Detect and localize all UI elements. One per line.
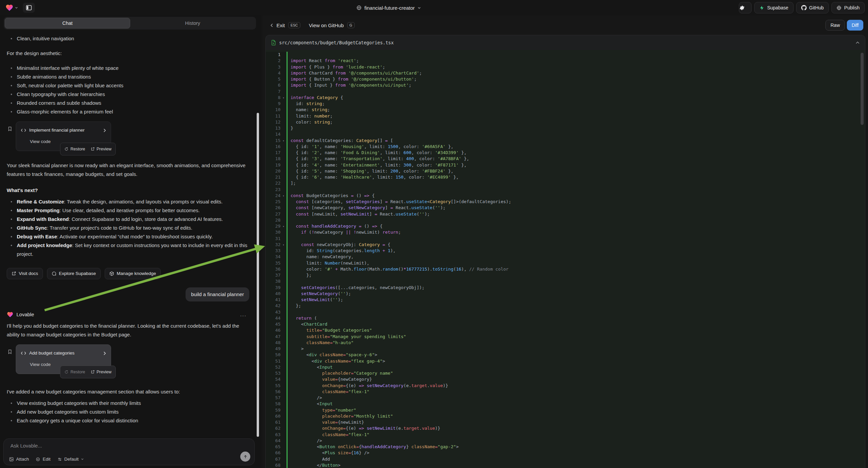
- sidebar-toggle-button[interactable]: [23, 3, 35, 13]
- fold-caret-icon[interactable]: ▾: [280, 95, 286, 101]
- fold-caret-icon[interactable]: ▾: [280, 242, 286, 248]
- code-line: 15▾const defaultCategories: Category[] =…: [266, 138, 865, 144]
- caret-spacer: [280, 401, 286, 407]
- code-icon: [21, 128, 26, 132]
- line-number: 57: [266, 395, 280, 401]
- code-line: 4import ChartCard from '@/components/ui/…: [266, 70, 865, 76]
- line-number: 63: [266, 432, 280, 438]
- line-number: 23: [266, 187, 280, 193]
- caret-spacer: [280, 187, 286, 193]
- caret-spacer: [280, 291, 286, 297]
- github-button[interactable]: GitHub: [796, 2, 829, 13]
- caret-spacer: [280, 364, 286, 370]
- caret-spacer: [280, 297, 286, 303]
- manage-knowledge-button[interactable]: Manage knowledge: [105, 268, 161, 279]
- code-line: 66 <Plus size={16} />: [266, 450, 865, 456]
- version-card-add-budget-categories[interactable]: Add budget categories View code Restore …: [16, 345, 111, 374]
- line-number: 41: [266, 297, 280, 303]
- fold-caret-icon[interactable]: ▾: [280, 193, 286, 199]
- code-line: 19 { id: '4', name: 'Entertainment', lim…: [266, 162, 865, 168]
- view-on-github-button[interactable]: View on GitHub G: [309, 22, 355, 28]
- caret-spacer: [280, 303, 286, 309]
- code-line: 31: [266, 236, 865, 242]
- version-card-row: Implement financial planner View code Re…: [7, 121, 249, 151]
- restore-button[interactable]: Restore: [64, 145, 85, 153]
- file-card: src/components/budget/BudgetCategories.t…: [266, 35, 865, 468]
- code-scrollbar[interactable]: [861, 53, 864, 125]
- code-line: 25 const [categories, setCategories] = R…: [266, 199, 865, 205]
- caret-spacer: [280, 260, 286, 266]
- visit-docs-button[interactable]: Visit docs: [7, 268, 43, 279]
- line-number: 59: [266, 407, 280, 413]
- attach-button[interactable]: Attach: [9, 457, 29, 462]
- tab-chat[interactable]: Chat: [5, 18, 130, 29]
- code-line: 30 if (!newCategory || !newLimit) return…: [266, 229, 865, 235]
- line-number: 30: [266, 229, 280, 235]
- version-card-title: Add budget categories: [29, 349, 100, 357]
- code-line: 11 limit: number;: [266, 113, 865, 119]
- chat-scrollbar[interactable]: [257, 113, 259, 437]
- publish-button[interactable]: Publish: [831, 2, 865, 13]
- whats-next-list: Refine & Customize: Tweak the design, an…: [7, 197, 249, 259]
- code-line: 35 limit: Number(newLimit),: [266, 260, 865, 266]
- restore-button[interactable]: Restore: [64, 368, 85, 376]
- lovable-logo-menu[interactable]: [0, 4, 18, 12]
- diff-toggle-button[interactable]: Diff: [847, 20, 863, 31]
- line-number: 11: [266, 113, 280, 119]
- send-button[interactable]: [240, 451, 250, 462]
- file-header[interactable]: src/components/budget/BudgetCategories.t…: [266, 35, 865, 50]
- exit-button[interactable]: Exit ESC: [270, 22, 300, 28]
- supabase-icon: [759, 5, 764, 10]
- tab-history[interactable]: History: [130, 18, 255, 29]
- fold-caret-icon[interactable]: ▾: [280, 223, 286, 229]
- line-number: 53: [266, 370, 280, 376]
- line-number: 33: [266, 248, 280, 254]
- bookmark-icon[interactable]: [7, 349, 12, 354]
- caret-spacer: [280, 174, 286, 180]
- caret-spacer: [280, 426, 286, 431]
- project-title-dropdown[interactable]: financial-future-creator: [356, 0, 421, 16]
- list-item: Add new budget categories with custom li…: [7, 408, 249, 416]
- settings-button[interactable]: [739, 2, 751, 13]
- caret-spacer: [280, 419, 286, 426]
- code-line: 20 { id: '5', name: 'Shopping', limit: 2…: [266, 168, 865, 174]
- version-actions-pill: Restore Preview: [60, 365, 116, 378]
- line-number: 31: [266, 236, 280, 242]
- code-line: 45 <ChartCard: [266, 321, 865, 327]
- supabase-button[interactable]: Supabase: [754, 2, 793, 13]
- caret-spacer: [280, 150, 286, 156]
- version-card-implement-financial-planner[interactable]: Implement financial planner View code Re…: [16, 121, 111, 151]
- code-line: 64 />: [266, 438, 865, 444]
- code-line: 6import { Input } from '@/components/ui/…: [266, 82, 865, 88]
- caret-spacer: [280, 462, 286, 468]
- line-number: 67: [266, 456, 280, 462]
- mode-select[interactable]: Default: [57, 457, 84, 462]
- user-message: build a financial planner: [186, 287, 249, 301]
- caret-spacer: [280, 107, 286, 113]
- version-actions-pill: Restore Preview: [60, 143, 116, 155]
- assistant-text: I've added a new budget categories manag…: [7, 387, 249, 396]
- preview-button[interactable]: Preview: [91, 145, 112, 153]
- caret-spacer: [280, 309, 286, 315]
- code-icon: [21, 351, 26, 355]
- fold-caret-icon[interactable]: ▾: [280, 138, 286, 144]
- code-line: 23: [266, 187, 865, 193]
- edit-button[interactable]: Edit: [36, 457, 50, 462]
- preview-button[interactable]: Preview: [91, 368, 112, 376]
- assistant-name: Lovable: [17, 310, 237, 319]
- explore-supabase-button[interactable]: Explore Supabase: [47, 268, 101, 279]
- code-line: 44 return (: [266, 315, 865, 321]
- chat-input[interactable]: [10, 443, 234, 448]
- line-number: 61: [266, 419, 280, 426]
- restore-icon: [64, 147, 68, 151]
- line-number: 15: [266, 138, 280, 144]
- code-line: 68 </Button>: [266, 462, 865, 468]
- bookmark-icon[interactable]: [7, 126, 12, 131]
- target-icon: [36, 457, 40, 462]
- code-line: 17 { id: '2', name: 'Food & Dining', lim…: [266, 150, 865, 156]
- sliders-icon: [57, 457, 62, 462]
- raw-toggle-button[interactable]: Raw: [826, 20, 845, 31]
- line-number: 48: [266, 340, 280, 346]
- caret-spacer: [280, 370, 286, 376]
- message-options-icon[interactable]: ...: [240, 310, 249, 319]
